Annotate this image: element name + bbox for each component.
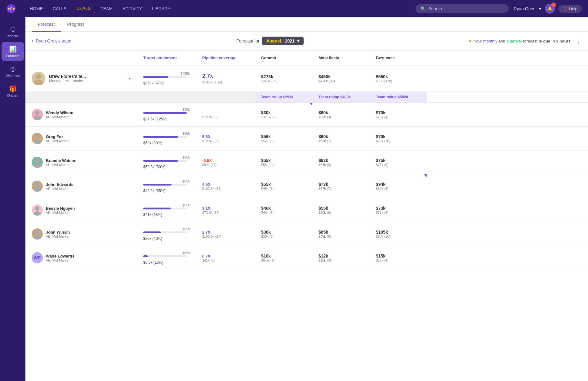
best-case-main: $75k <box>376 158 421 163</box>
back-arrow-icon[interactable]: ‹ <box>32 38 33 44</box>
agent-commit-cell: $56k $52k (6) <box>255 127 312 150</box>
nav-activity[interactable]: ACTIVITY <box>118 4 146 13</box>
agent-info: Wendy Wilson AE, Mid-Market <box>46 110 73 119</box>
agent-title: AE, Mid-Market <box>46 258 74 262</box>
rollup-empty-2 <box>137 92 196 102</box>
alert-quarterly-link[interactable]: quarterly <box>506 39 522 43</box>
table-row[interactable]: Brandie Watson AE, Mid-Market $65k $52.3… <box>25 150 588 174</box>
alert-monthly-link[interactable]: monthly <box>483 39 497 43</box>
progress-bar-fill <box>143 208 171 209</box>
search-input[interactable] <box>428 6 504 11</box>
attainment-value: $6.5k (10%) <box>143 260 190 265</box>
most-likely-main: $60k <box>318 134 363 139</box>
target-value: $65k <box>143 251 190 255</box>
notification-button[interactable]: 🔔 9 <box>545 4 555 14</box>
agent-title: AE, Mid-Market <box>46 235 70 238</box>
user-name[interactable]: Ryan Greis <box>514 6 535 11</box>
best-case-sub: $71k (8) <box>376 211 421 214</box>
progress-bar-fill <box>143 160 178 162</box>
sidebar-item-winloss[interactable]: ◎ Win/Loss <box>2 62 24 81</box>
winloss-icon: ◎ <box>10 65 16 73</box>
commit-sub: $45k (6) <box>261 187 306 191</box>
table-row[interactable]: John Wilson AE, Mid-Market $65k $26k (40… <box>25 222 588 246</box>
flag-indicator <box>424 174 427 177</box>
table-row[interactable]: Wendy Wilson AE, Mid-Market $30k $37.5k … <box>25 103 588 127</box>
table-row[interactable]: WE Wade Edwards AE, Mid-Market $65k $6.5… <box>25 246 588 270</box>
agent-most-likely-cell: $63k $63k (5) <box>312 150 370 174</box>
target-value: $455k <box>143 72 190 75</box>
progress-bar-bg <box>143 255 187 257</box>
agent-info: Wade Edwards AE, Mid-Market <box>46 254 74 262</box>
target-value: $30k <box>143 108 190 111</box>
chevron-down-icon[interactable]: ▾ <box>539 6 541 11</box>
agent-attainment-cell: $65k $6.5k (10%) <box>137 246 196 270</box>
progress-bar-container: $30k <box>143 108 190 114</box>
commit-sub: $46k (5) <box>261 211 306 214</box>
svg-point-2 <box>8 8 10 10</box>
nav-home[interactable]: HOME <box>25 4 47 13</box>
help-icon: ❓ <box>563 7 568 11</box>
target-value: $65k <box>143 179 190 183</box>
help-button[interactable]: ❓ Help <box>559 5 582 13</box>
pipeline-main: 2.7x <box>202 73 249 79</box>
commit-main: $46k <box>261 206 306 211</box>
more-options-button[interactable]: ⋮ <box>576 37 582 45</box>
sidebar-item-forecast[interactable]: 📊 Forecast <box>2 42 24 61</box>
progress-bar-container: $65k <box>143 251 190 257</box>
agent-name: Wendy Wilson <box>46 110 73 115</box>
agent-commit-cell: $10k $6.5k (1) <box>255 246 312 270</box>
target-value: $65k <box>143 227 190 231</box>
manager-dropdown-icon[interactable]: ▾ <box>129 76 131 81</box>
pipeline-value: 3.1X <box>202 206 249 211</box>
agent-title: AE, Mid-Market <box>46 211 75 214</box>
logo[interactable]: G <box>6 4 18 14</box>
agent-name-cell: Greg Fox AE, Mid-Market <box>25 127 137 150</box>
nav-deals[interactable]: DEALS <box>72 4 95 13</box>
nav-calls[interactable]: CALLS <box>48 4 71 13</box>
commit-sub: $55k (4) <box>261 163 306 167</box>
agent-pipeline-cell: 4.5X $102.6k (31) <box>196 174 255 198</box>
forecast-year: 2021 <box>285 38 295 43</box>
flag-indicator <box>309 103 312 106</box>
agent-avatar <box>32 204 43 216</box>
manager-name: Drew Flores's te... <box>49 74 125 79</box>
agent-info: John Edwards AE, Mid-Market <box>46 182 74 191</box>
svg-point-7 <box>33 116 41 120</box>
manager-avatar <box>32 72 45 85</box>
commit-sub: $52k (6) <box>261 139 306 143</box>
progress-bar-container: $65k <box>143 203 190 209</box>
agent-info: Greg Fox AE, Mid-Market <box>46 134 69 143</box>
dropdown-arrow-icon: ▾ <box>297 38 299 43</box>
progress-bar-container: $65k <box>143 155 190 162</box>
commit-main: $275k <box>261 74 306 79</box>
search-area[interactable]: 🔍 <box>416 4 509 13</box>
drivers-icon: 🎁 <box>9 85 17 92</box>
agent-name: Bessie Nguyen <box>46 206 75 211</box>
sidebar-item-drivers[interactable]: 🎁 Drivers <box>2 82 24 101</box>
agent-best-case-cell: $105k $80k (10) <box>370 222 427 246</box>
agent-avatar <box>32 181 43 192</box>
forecast-month-selector[interactable]: August, 2021 ▾ <box>262 37 304 45</box>
tab-progress[interactable]: Progress <box>61 17 91 32</box>
agent-name-cell: Wendy Wilson AE, Mid-Market <box>25 103 137 126</box>
agent-name: John Edwards <box>46 182 74 187</box>
attainment-value: $41k (63%) <box>143 213 190 217</box>
agent-pipeline-cell: -6.5X $82k (27) <box>196 150 255 174</box>
nav-library[interactable]: LIBRARY <box>148 4 175 13</box>
table-row[interactable]: Greg Fox AE, Mid-Market $65k $52k (80%) … <box>25 127 588 150</box>
commit-sub: $6.5k (1) <box>261 258 306 262</box>
sidebar-item-pipeline[interactable]: ⬡ Pipeline <box>2 22 24 41</box>
rollup-empty-1 <box>25 92 137 102</box>
team-name-link[interactable]: Ryan Greis's team <box>36 38 71 43</box>
agent-commit-cell: $55k $55k (4) <box>255 150 312 174</box>
table-row[interactable]: John Edwards AE, Mid-Market $65k $42.2k … <box>25 174 588 198</box>
commit-main: $30k <box>261 110 306 115</box>
sidebar-label-pipeline: Pipeline <box>7 34 19 38</box>
nav-team[interactable]: TEAM <box>96 4 117 13</box>
agent-name-cell: Bessie Nguyen AE, Mid-Market <box>25 198 137 222</box>
table-row[interactable]: Bessie Nguyen AE, Mid-Market $65k $41k (… <box>25 198 588 222</box>
best-case-sub: $80k (10) <box>376 235 421 238</box>
forecast-for-section: Forecast for August, 2021 ▾ <box>236 37 304 45</box>
tab-forecast[interactable]: Forecast <box>32 17 61 32</box>
agent-avatar: WE <box>32 252 43 263</box>
